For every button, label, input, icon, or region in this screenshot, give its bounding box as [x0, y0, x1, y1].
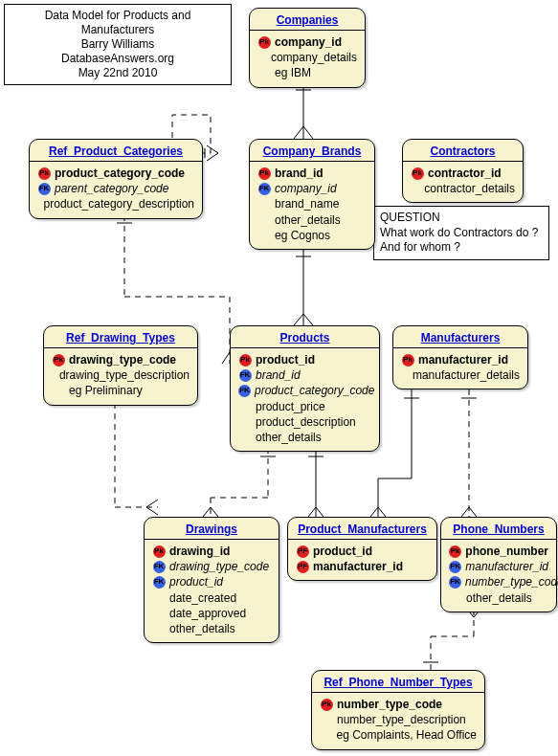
attribute-label: product_category_code [255, 383, 374, 398]
fk-key-icon: FK [153, 576, 166, 589]
question-note-box: QUESTION What work do Contractors do ? A… [373, 206, 549, 260]
entity-title: Manufacturers [393, 326, 527, 348]
entity-attributes: Pkmanufacturer_idmanufacturer_details [393, 348, 527, 389]
attribute-label: number_type_code [337, 697, 442, 712]
title-line-2: Barry Williams [12, 37, 223, 52]
question-line-3: And for whom ? [380, 240, 543, 256]
attribute-row: FKmanufacturer_id [449, 559, 548, 574]
entity-manufacturers: ManufacturersPkmanufacturer_idmanufactur… [392, 325, 528, 389]
attribute-row: other_details [152, 621, 271, 636]
pk-key-icon: Pk [321, 699, 333, 711]
attribute-label: product_price [256, 399, 325, 414]
svg-line-36 [370, 507, 378, 517]
title-line-3: DatabaseAnswers.org [12, 52, 223, 66]
pf-key-icon: PF [297, 561, 309, 573]
attribute-row: other_details [449, 590, 548, 606]
attribute-row: other_details [238, 430, 371, 445]
attribute-row: Pkmanufacturer_id [401, 352, 520, 367]
svg-line-7 [303, 314, 313, 325]
entity-title: Products [231, 326, 379, 348]
svg-line-6 [294, 314, 303, 325]
svg-line-2 [294, 126, 303, 139]
attribute-label: product_id [256, 352, 315, 367]
attribute-row: manufacturer_details [401, 367, 520, 383]
entity-ref-phone-number-types: Ref_Phone_Number_TypesPknumber_type_code… [311, 670, 485, 750]
entity-attributes: Pkphone_numberFKmanufacturer_idFKnumber_… [441, 540, 556, 611]
svg-line-27 [211, 507, 218, 517]
attribute-row: eg IBM [257, 65, 357, 80]
attribute-label: manufacturer_id [465, 559, 548, 574]
svg-line-40 [461, 507, 469, 517]
attribute-row: Pkproduct_id [238, 352, 371, 367]
attribute-row: FKdrawing_type_code [152, 559, 271, 574]
attribute-row: product_category_description [37, 196, 194, 211]
attribute-row: Pkphone_number [449, 544, 548, 559]
fk-key-icon: FK [258, 183, 271, 195]
attribute-label: product_id [313, 544, 372, 559]
attribute-label: company_details [271, 50, 357, 65]
entity-attributes: Pkcompany_idcompany_detailseg IBM [250, 31, 365, 87]
attribute-row: other_details [257, 212, 367, 228]
entity-attributes: Pknumber_type_codenumber_type_descriptio… [312, 693, 484, 749]
attribute-label: product_category_description [44, 196, 194, 211]
attribute-row: drawing_type_description [52, 367, 190, 383]
attribute-label: date_approved [169, 606, 246, 621]
attribute-label: eg Preliminary [69, 383, 143, 398]
svg-line-21 [146, 507, 158, 515]
svg-line-31 [316, 507, 324, 517]
entity-product-manufacturers: Product_ManufacturersPFproduct_idPFmanuf… [287, 517, 437, 581]
question-line-1: QUESTION [380, 211, 543, 226]
attribute-label: eg Complaints, Head Office [336, 727, 477, 743]
attribute-label: eg IBM [275, 65, 311, 80]
attribute-label: number_type_code [465, 574, 558, 589]
attribute-row: Pkcontractor_id [411, 166, 515, 181]
entity-attributes: Pkdrawing_idFKdrawing_type_codeFKproduct… [145, 540, 279, 642]
attribute-row: Pkcompany_id [257, 34, 357, 50]
attribute-label: company_id [275, 34, 342, 50]
pk-key-icon: Pk [412, 167, 424, 180]
attribute-row: PFmanufacturer_id [296, 559, 429, 574]
attribute-row: PFproduct_id [296, 544, 429, 559]
attribute-row: Pkdrawing_type_code [52, 352, 190, 367]
pk-key-icon: Pk [38, 167, 51, 180]
attribute-label: other_details [169, 621, 235, 636]
entity-ref-drawing-types: Ref_Drawing_TypesPkdrawing_type_codedraw… [43, 325, 198, 406]
attribute-label: contractor_id [428, 166, 502, 181]
entity-attributes: Pkbrand_idFKcompany_idbrand_nameother_de… [250, 162, 374, 249]
title-line-4: May 22nd 2010 [12, 66, 223, 80]
fk-key-icon: FK [153, 561, 166, 573]
entity-title: Drawings [145, 518, 279, 540]
entity-title: Product_Manufacturers [288, 518, 436, 540]
entity-title: Phone_Numbers [441, 518, 556, 540]
svg-line-41 [469, 507, 477, 517]
attribute-row: FKcompany_id [257, 181, 367, 196]
pk-key-icon: Pk [258, 36, 271, 49]
attribute-label: manufacturer_id [418, 352, 508, 367]
fk-key-icon: FK [38, 183, 51, 195]
entity-attributes: Pkproduct_idFKbrand_idFKproduct_category… [231, 348, 379, 451]
attribute-row: Pkproduct_category_code [37, 166, 194, 181]
pf-key-icon: PF [297, 545, 309, 558]
attribute-row: Pknumber_type_code [320, 697, 477, 712]
entity-title: Ref_Drawing_Types [44, 326, 197, 348]
pk-key-icon: Pk [449, 545, 461, 558]
attribute-label: brand_id [275, 166, 324, 181]
attribute-label: contractor_details [424, 181, 515, 196]
attribute-row: date_approved [152, 606, 271, 621]
entity-title: Ref_Phone_Number_Types [312, 671, 484, 693]
entity-ref-product-categories: Ref_Product_CategoriesPkproduct_category… [29, 139, 203, 219]
pk-key-icon: Pk [239, 354, 252, 367]
attribute-label: drawing_type_description [59, 367, 190, 383]
pk-key-icon: Pk [153, 545, 166, 558]
attribute-label: number_type_description [337, 712, 466, 727]
attribute-row: FKnumber_type_code [449, 574, 548, 589]
diagram-title-box: Data Model for Products and Manufacturer… [4, 4, 232, 85]
attribute-row: eg Preliminary [52, 383, 190, 398]
attribute-label: date_created [169, 590, 236, 606]
entity-title: Company_Brands [250, 140, 374, 162]
attribute-label: brand_id [256, 367, 301, 383]
attribute-label: brand_name [275, 196, 339, 211]
svg-line-26 [203, 507, 211, 517]
attribute-label: product_category_code [55, 166, 185, 181]
svg-line-3 [303, 126, 313, 139]
